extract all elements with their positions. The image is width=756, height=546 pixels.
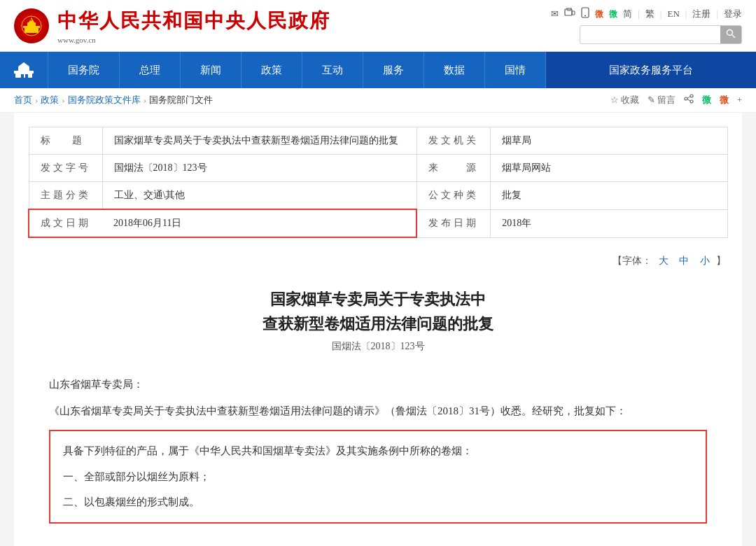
breadcrumb-sep1: › (35, 94, 38, 106)
register-link[interactable]: 注册 (692, 8, 710, 20)
svg-point-11 (584, 15, 586, 17)
document-body-p1: 《山东省烟草专卖局关于专卖执法中查获新型卷烟适用法律问题的请示》（鲁烟法〔201… (49, 400, 707, 421)
meta-value-pubdate: 2018年 (491, 209, 728, 237)
en-link[interactable]: EN (667, 8, 679, 20)
header-left: ★ 中华人民共和国中央人民政府 www.gov.cn (14, 8, 330, 44)
breadcrumb-actions: ☆ 收藏 ✎ 留言 微 微 + (610, 94, 742, 106)
phone-icon[interactable] (581, 7, 589, 21)
government-emblem: ★ (14, 8, 49, 43)
highlight-item-2: 二、以包裹烟丝的形式制成。 (63, 492, 693, 512)
site-title: 中华人民共和国中央人民政府 (57, 8, 330, 34)
meta-value-docdate: 2018年06月11日 (102, 209, 416, 237)
mail-icon[interactable]: ✉ (551, 8, 559, 20)
highlight-box: 具备下列特征的产品，属于《中华人民共和国烟草专卖法》及其实施条例中所称的卷烟： … (49, 430, 707, 524)
svg-rect-19 (21, 74, 24, 78)
fax-icon[interactable] (564, 8, 575, 20)
nav-fuwu[interactable]: 服务 (363, 52, 424, 88)
nav-zhengwu[interactable]: 国家政务服务平台 (546, 52, 756, 88)
nav-zongli[interactable]: 总理 (120, 52, 181, 88)
meta-value-source: 烟草局网站 (491, 155, 728, 182)
breadcrumb-home[interactable]: 首页 (14, 94, 32, 106)
breadcrumb-bar: 首页 › 政策 › 国务院政策文件库 › 国务院部门文件 ☆ 收藏 ✎ 留言 微… (0, 88, 756, 113)
meta-label-agency: 发文机关 (416, 127, 491, 155)
site-url: www.gov.cn (57, 36, 330, 44)
meta-label-source: 来 源 (416, 155, 491, 182)
document-meta-table: 标 题 国家烟草专卖局关于专卖执法中查获新型卷烟适用法律问题的批复 发文机关 烟… (28, 127, 728, 238)
page-header: ★ 中华人民共和国中央人民政府 www.gov.cn ✉ 微 微 简 | 繁 |… (0, 0, 756, 52)
fan-link[interactable]: 繁 (645, 8, 654, 20)
search-input[interactable] (580, 27, 720, 43)
share-action[interactable] (684, 94, 694, 106)
comment-action[interactable]: ✎ 留言 (648, 94, 676, 106)
weibo-share-action[interactable]: 微 (720, 94, 729, 106)
svg-line-13 (732, 35, 735, 38)
favorite-action[interactable]: ☆ 收藏 (610, 94, 639, 106)
font-small-button[interactable]: 小 (700, 255, 710, 266)
nav-shuju[interactable]: 数据 (424, 52, 485, 88)
breadcrumb-sep2: › (62, 94, 64, 106)
nav-hudong[interactable]: 互动 (302, 52, 363, 88)
font-medium-button[interactable]: 中 (679, 255, 689, 266)
header-top-icons: ✉ 微 微 简 | 繁 | EN | 注册 | 登录 (551, 7, 742, 21)
divider1: | (638, 8, 640, 20)
more-action[interactable]: + (737, 94, 742, 106)
breadcrumb: 首页 › 政策 › 国务院政策文件库 › 国务院部门文件 (14, 94, 213, 106)
svg-point-12 (727, 30, 733, 36)
meta-label-docdate: 成文日期 (29, 209, 102, 237)
svg-rect-4 (27, 22, 36, 27)
meta-label-pubdate: 发布日期 (416, 209, 491, 237)
meta-value-docnum: 国烟法〔2018〕123号 (102, 155, 416, 182)
search-button[interactable] (720, 26, 741, 43)
nav-zhengce[interactable]: 政策 (241, 52, 302, 88)
content-area: 标 题 国家烟草专卖局关于专卖执法中查获新型卷烟适用法律问题的批复 发文机关 烟… (14, 113, 742, 546)
divider4: | (716, 8, 718, 20)
font-control-prefix: 【字体： (612, 255, 652, 266)
svg-point-22 (685, 97, 687, 100)
wechat-social-icon[interactable]: 微 (609, 8, 617, 20)
wechat-share-action[interactable]: 微 (702, 94, 711, 106)
svg-rect-2 (24, 27, 38, 33)
meta-row-date: 成文日期 2018年06月11日 发布日期 2018年 (29, 209, 728, 237)
star-icon: ☆ (610, 94, 619, 106)
breadcrumb-current: 国务院部门文件 (149, 94, 213, 106)
search-box (580, 25, 742, 44)
meta-label-docnum: 发文字号 (29, 155, 102, 182)
svg-point-23 (690, 100, 693, 103)
font-large-button[interactable]: 大 (659, 255, 668, 266)
meta-value-category: 工业、交通\其他 (102, 182, 416, 210)
weibo-social-icon[interactable]: 微 (595, 8, 603, 20)
site-title-block: 中华人民共和国中央人民政府 www.gov.cn (57, 8, 330, 44)
meta-value-doctype: 批复 (491, 182, 728, 210)
svg-rect-17 (18, 66, 29, 71)
meta-row-docnum: 发文字号 国烟法〔2018〕123号 来 源 烟草局网站 (29, 155, 728, 182)
meta-label-doctype: 公文种类 (416, 182, 491, 210)
meta-value-agency: 烟草局 (491, 127, 728, 155)
header-right: ✉ 微 微 简 | 繁 | EN | 注册 | 登录 (551, 7, 742, 44)
document-title-line2: 查获新型卷烟适用法律问题的批复 (28, 312, 728, 336)
svg-rect-20 (25, 74, 28, 78)
nav-guoqing[interactable]: 国情 (485, 52, 546, 88)
breadcrumb-library[interactable]: 国务院政策文件库 (68, 94, 141, 106)
document-number: 国烟法〔2018〕123号 (28, 340, 728, 353)
svg-line-24 (687, 97, 690, 98)
edit-icon: ✎ (648, 94, 655, 106)
font-control-suffix: 】 (716, 255, 726, 266)
jian-link[interactable]: 简 (623, 8, 632, 20)
document-title-line1: 国家烟草专卖局关于专卖执法中 (28, 287, 728, 312)
nav-xinwen[interactable]: 新闻 (181, 52, 241, 88)
document-addressee: 山东省烟草专卖局： (49, 374, 707, 395)
nav-home[interactable] (0, 52, 48, 88)
font-control: 【字体： 大 中 小 】 (28, 249, 728, 273)
highlight-intro: 具备下列特征的产品，属于《中华人民共和国烟草专卖法》及其实施条例中所称的卷烟： (63, 441, 693, 461)
divider3: | (685, 8, 687, 20)
svg-point-21 (690, 94, 693, 97)
meta-label-category: 主题分类 (29, 182, 102, 210)
login-link[interactable]: 登录 (724, 8, 742, 20)
share-icon (684, 94, 694, 106)
breadcrumb-sep3: › (144, 94, 146, 106)
meta-row-category: 主题分类 工业、交通\其他 公文种类 批复 (29, 182, 728, 210)
meta-label-title: 标 题 (29, 127, 102, 155)
document-title-area: 国家烟草专卖局关于专卖执法中 查获新型卷烟适用法律问题的批复 国烟法〔2018〕… (28, 287, 728, 353)
breadcrumb-policy[interactable]: 政策 (41, 94, 59, 106)
nav-guowuyuan[interactable]: 国务院 (48, 52, 120, 88)
